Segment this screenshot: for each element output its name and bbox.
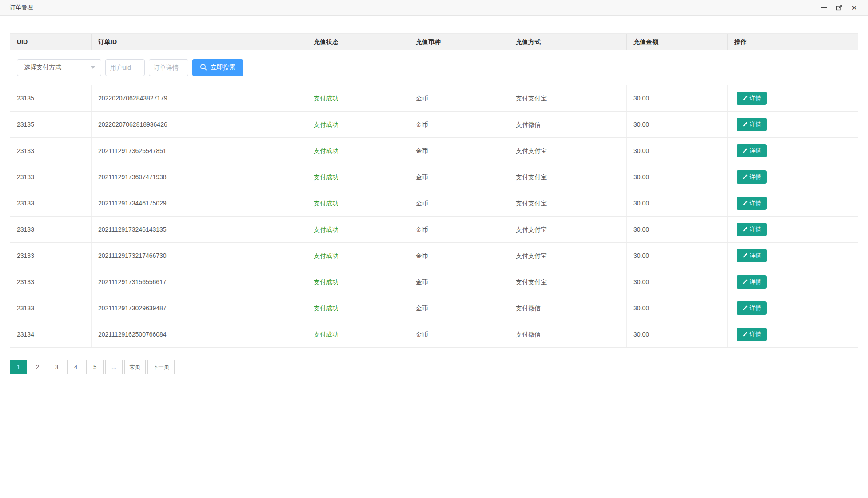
detail-button[interactable]: 详情 — [737, 223, 767, 236]
search-button[interactable]: 立即搜索 — [192, 59, 243, 76]
cell-action: 详情 — [728, 269, 858, 295]
cell-status: 支付成功 — [307, 85, 409, 111]
page-button-2[interactable]: 2 — [29, 360, 46, 374]
app-window: 订单管理 ✕ UID 订单ID 充值状态 — [0, 0, 868, 498]
pencil-icon — [742, 174, 748, 180]
table-row: 23133 20211129173625547851 支付成功 金币 支付支付宝… — [10, 138, 858, 164]
cell-uid: 23133 — [10, 190, 92, 216]
cell-action: 详情 — [728, 295, 858, 321]
table-row: 23133 20211129173607471938 支付成功 金币 支付支付宝… — [10, 164, 858, 190]
table-row: 23133 20211129173446175029 支付成功 金币 支付支付宝… — [10, 190, 858, 217]
cell-method: 支付支付宝 — [509, 217, 627, 242]
cell-action: 详情 — [728, 138, 858, 164]
page-button-5[interactable]: 5 — [86, 360, 104, 374]
detail-button-label: 详情 — [750, 304, 761, 312]
chevron-down-icon — [90, 66, 96, 69]
detail-button-label: 详情 — [750, 252, 761, 260]
detail-button-label: 详情 — [750, 199, 761, 207]
payment-method-select[interactable]: 选择支付方式 — [17, 59, 101, 76]
cell-order-id: 20211129173156556617 — [92, 269, 307, 295]
detail-button[interactable]: 详情 — [737, 144, 767, 157]
cell-action: 详情 — [728, 164, 858, 190]
cell-status: 支付成功 — [307, 164, 409, 190]
pencil-icon — [742, 227, 748, 232]
cell-currency: 金币 — [409, 321, 509, 347]
detail-button-label: 详情 — [750, 147, 761, 155]
pencil-icon — [742, 122, 748, 127]
maximize-button[interactable] — [835, 4, 843, 12]
cell-uid: 23133 — [10, 243, 92, 269]
cell-uid: 23133 — [10, 269, 92, 295]
table-body: 23135 20220207062843827179 支付成功 金币 支付支付宝… — [10, 85, 858, 347]
page-button-4[interactable]: 4 — [67, 360, 84, 374]
pencil-icon — [742, 148, 748, 153]
cell-order-id: 20211129173217466730 — [92, 243, 307, 269]
cell-method: 支付支付宝 — [509, 164, 627, 190]
cell-status: 支付成功 — [307, 295, 409, 321]
detail-button[interactable]: 详情 — [737, 249, 767, 262]
cell-order-id: 20211129173029639487 — [92, 295, 307, 321]
cell-uid: 23134 — [10, 321, 92, 347]
cell-currency: 金币 — [409, 217, 509, 242]
close-button[interactable]: ✕ — [850, 4, 858, 12]
search-icon — [200, 64, 207, 71]
column-header-order-id: 订单ID — [92, 34, 307, 50]
cell-uid: 23135 — [10, 112, 92, 137]
detail-button[interactable]: 详情 — [737, 170, 767, 184]
order-detail-input[interactable] — [149, 59, 188, 76]
cell-currency: 金币 — [409, 243, 509, 269]
cell-action: 详情 — [728, 190, 858, 216]
table-row: 23135 20220207062818936426 支付成功 金币 支付微信 … — [10, 112, 858, 138]
titlebar: 订单管理 ✕ — [0, 0, 868, 16]
cell-order-id: 20211129173625547851 — [92, 138, 307, 164]
pencil-icon — [742, 279, 748, 285]
cell-status: 支付成功 — [307, 112, 409, 137]
page-button-ellipsis[interactable]: ... — [105, 360, 123, 374]
cell-amount: 30.00 — [627, 138, 728, 164]
cell-currency: 金币 — [409, 269, 509, 295]
cell-currency: 金币 — [409, 112, 509, 137]
cell-order-id: 20220207062843827179 — [92, 85, 307, 111]
pencil-icon — [742, 305, 748, 311]
detail-button[interactable]: 详情 — [737, 197, 767, 210]
cell-order-id: 20220207062818936426 — [92, 112, 307, 137]
minimize-button[interactable] — [820, 4, 828, 12]
cell-amount: 30.00 — [627, 190, 728, 216]
detail-button[interactable]: 详情 — [737, 328, 767, 341]
cell-method: 支付微信 — [509, 321, 627, 347]
cell-amount: 30.00 — [627, 295, 728, 321]
cell-currency: 金币 — [409, 295, 509, 321]
filter-row: 选择支付方式 立即搜索 — [10, 50, 858, 85]
column-header-uid: UID — [10, 34, 92, 50]
detail-button[interactable]: 详情 — [737, 301, 767, 315]
cell-amount: 30.00 — [627, 85, 728, 111]
next-page-button[interactable]: 下一页 — [147, 360, 175, 374]
cell-method: 支付微信 — [509, 112, 627, 137]
column-header-method: 充值方式 — [509, 34, 627, 50]
column-header-currency: 充值币种 — [409, 34, 509, 50]
detail-button[interactable]: 详情 — [737, 275, 767, 289]
detail-button-label: 详情 — [750, 120, 761, 129]
uid-input[interactable] — [105, 59, 145, 76]
window-controls: ✕ — [820, 4, 858, 12]
pencil-icon — [742, 253, 748, 258]
cell-amount: 30.00 — [627, 269, 728, 295]
cell-currency: 金币 — [409, 164, 509, 190]
cell-action: 详情 — [728, 217, 858, 242]
page-button-1[interactable]: 1 — [10, 360, 27, 374]
cell-currency: 金币 — [409, 190, 509, 216]
page-button-3[interactable]: 3 — [48, 360, 65, 374]
cell-order-id: 20211129162500766084 — [92, 321, 307, 347]
cell-status: 支付成功 — [307, 217, 409, 242]
detail-button-label: 详情 — [750, 173, 761, 181]
cell-status: 支付成功 — [307, 321, 409, 347]
detail-button-label: 详情 — [750, 94, 761, 102]
pencil-icon — [742, 332, 748, 337]
cell-amount: 30.00 — [627, 217, 728, 242]
cell-method: 支付支付宝 — [509, 138, 627, 164]
detail-button[interactable]: 详情 — [737, 118, 767, 131]
detail-button[interactable]: 详情 — [737, 92, 767, 105]
cell-uid: 23133 — [10, 295, 92, 321]
cell-method: 支付支付宝 — [509, 269, 627, 295]
last-page-button[interactable]: 末页 — [124, 360, 146, 374]
